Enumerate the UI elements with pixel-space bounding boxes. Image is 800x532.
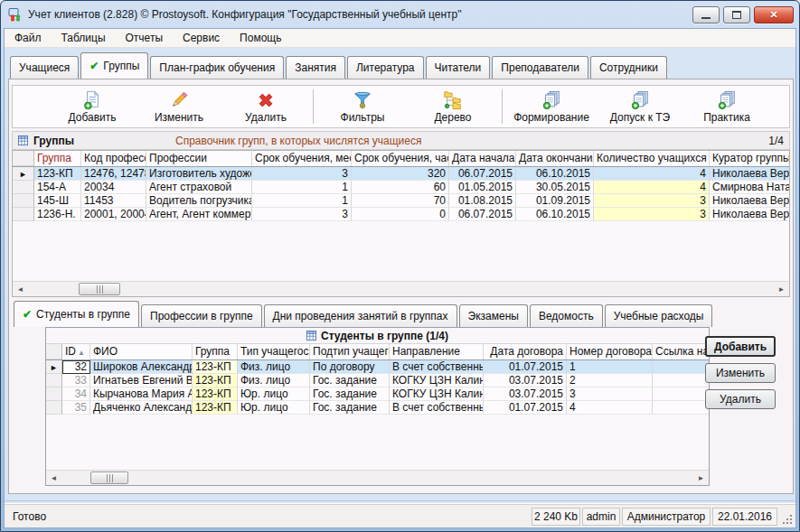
cell[interactable] xyxy=(653,401,710,415)
tab-lesson-days[interactable]: Дни проведения занятий в группах xyxy=(264,304,457,327)
focused-cell[interactable]: 32 xyxy=(62,360,90,374)
scrollbar-thumb[interactable] xyxy=(79,283,120,295)
table-row[interactable]: 1236-Н. 20001, 20004 Агент, Агент коммер… xyxy=(13,208,789,221)
cell[interactable]: 33 xyxy=(62,374,90,387)
cell[interactable]: 35 xyxy=(62,401,90,415)
cell[interactable]: По договору xyxy=(310,360,390,374)
delete-button[interactable]: Удалить xyxy=(222,87,309,126)
cell[interactable]: 20001, 20004 xyxy=(81,208,146,221)
scroll-right-icon[interactable]: ► xyxy=(693,471,709,485)
cell[interactable]: Николаева Вера xyxy=(710,194,790,208)
titlebar[interactable]: Учет клиентов (2.828) © Prostoysoft. Кон… xyxy=(8,3,794,26)
cell[interactable] xyxy=(653,374,710,387)
cell[interactable]: Изготовитель художес xyxy=(146,167,252,181)
cell[interactable]: Юр. лицо xyxy=(238,401,310,415)
scrollbar-thumb[interactable] xyxy=(90,471,128,484)
cell[interactable]: 3 xyxy=(594,208,710,221)
tab-literature[interactable]: Литература xyxy=(347,56,424,79)
cell[interactable]: 4 xyxy=(594,167,710,181)
cell[interactable]: 3 xyxy=(252,167,352,181)
cell[interactable]: В счет собственнь xyxy=(390,360,484,374)
column-header[interactable]: Тип учащегося xyxy=(238,344,310,359)
add-button[interactable]: Добавить xyxy=(49,87,136,126)
cell[interactable]: 12476, 12478 xyxy=(81,167,146,181)
tab-statement[interactable]: Ведомость xyxy=(530,304,603,327)
table-row[interactable]: ► 32 Широков Александр Вла 123-КП Физ. л… xyxy=(46,360,709,374)
practice-button[interactable]: Практика xyxy=(683,87,770,126)
table-row[interactable]: 35 Дьяченко Александра Е 123-КП Юр. лицо… xyxy=(46,401,709,415)
table-row[interactable]: 154-А 20034 Агент страховой 1 60 01.05.2… xyxy=(13,181,789,194)
cell[interactable]: Физ. лицо xyxy=(238,374,310,387)
student-edit-button[interactable]: Изменить xyxy=(705,363,776,383)
resize-grip[interactable] xyxy=(779,508,794,526)
cell[interactable]: 01.08.2015 xyxy=(449,194,516,208)
close-button[interactable]: ✕ xyxy=(754,6,794,23)
edit-button[interactable]: Изменить xyxy=(136,87,222,126)
tree-button[interactable]: Дерево xyxy=(408,87,498,126)
cell[interactable]: 3 xyxy=(594,194,710,208)
cell[interactable]: Гос. задание xyxy=(310,374,390,387)
cell[interactable]: 4 xyxy=(594,181,710,194)
column-header[interactable]: Срок обучения, часы xyxy=(352,151,449,166)
tab-students-in-group[interactable]: ✔Студенты в группе xyxy=(14,301,139,327)
filters-button[interactable]: Фильтры xyxy=(317,87,408,126)
menu-service[interactable]: Сервис xyxy=(173,29,230,47)
cell[interactable]: 123-КП xyxy=(193,374,238,387)
cell[interactable]: 06.10.2015 xyxy=(516,208,594,221)
cell[interactable]: 01.07.2015 xyxy=(484,401,567,415)
cell[interactable]: 145-Ш xyxy=(34,194,81,208)
column-header[interactable]: Ссылка на до xyxy=(653,344,710,359)
tab-employees[interactable]: Сотрудники xyxy=(590,56,667,79)
tab-training-schedule[interactable]: План-график обучения xyxy=(150,56,284,79)
tab-students[interactable]: Учащиеся xyxy=(10,56,79,79)
te-admission-button[interactable]: Допуск к ТЭ xyxy=(597,87,683,126)
column-header[interactable]: Группа xyxy=(34,151,81,166)
cell[interactable]: 1 xyxy=(567,360,653,374)
cell[interactable]: 1236-Н. xyxy=(34,208,81,221)
table-row[interactable]: 33 Игнатьев Евгений Влад 123-КП Физ. лиц… xyxy=(46,374,709,387)
cell[interactable]: Физ. лицо xyxy=(238,360,310,374)
cell[interactable] xyxy=(653,360,710,374)
cell[interactable]: 3 xyxy=(252,208,352,221)
cell[interactable]: КОГКУ ЦЗН Калин xyxy=(390,374,484,387)
table-row[interactable]: 34 Кырчанова Мария Андр 123-КП Юр. лицо … xyxy=(46,387,709,401)
scroll-left-icon[interactable]: ◄ xyxy=(46,471,61,485)
scroll-left-icon[interactable]: ◄ xyxy=(13,282,28,296)
menu-file[interactable]: Файл xyxy=(5,29,52,47)
cell[interactable]: 154-А xyxy=(34,181,81,194)
cell[interactable]: 60 xyxy=(352,181,449,194)
column-header[interactable]: Номер договора xyxy=(567,344,653,359)
tab-training-expenses[interactable]: Учебные расходы xyxy=(605,304,713,327)
cell[interactable]: 11453 xyxy=(81,194,146,208)
cell[interactable]: 03.07.2015 xyxy=(484,387,567,401)
students-horizontal-scrollbar[interactable]: ◄ ► xyxy=(46,470,709,485)
cell[interactable]: 34 xyxy=(62,387,90,401)
cell[interactable]: 123-КП xyxy=(193,401,238,415)
maximize-button[interactable] xyxy=(723,6,750,23)
cell[interactable]: 30.05.2015 xyxy=(516,181,594,194)
menu-reports[interactable]: Отчеты xyxy=(116,29,173,47)
column-header[interactable]: Код профессии xyxy=(81,151,146,166)
column-header[interactable]: Группа xyxy=(193,344,238,359)
cell[interactable]: Агент страховой xyxy=(146,181,252,194)
cell[interactable]: Юр. лицо xyxy=(238,387,310,401)
scrollbar-track[interactable] xyxy=(61,471,693,485)
tab-readers[interactable]: Читатели xyxy=(426,56,491,79)
cell[interactable]: Николаева Вера xyxy=(710,208,790,221)
groups-horizontal-scrollbar[interactable]: ◄ ► xyxy=(13,281,789,296)
menu-tables[interactable]: Таблицы xyxy=(52,29,116,47)
cell[interactable]: 123-КП xyxy=(193,360,238,374)
cell[interactable]: 01.09.2015 xyxy=(516,194,594,208)
column-header[interactable]: Профессии xyxy=(146,151,252,166)
tab-teachers[interactable]: Преподаватели xyxy=(492,56,588,79)
tab-exams[interactable]: Экзамены xyxy=(459,304,528,327)
column-header[interactable]: Дата договора xyxy=(484,344,567,359)
menu-help[interactable]: Помощь xyxy=(230,29,291,47)
cell[interactable]: 3 xyxy=(567,387,653,401)
cell[interactable]: Широков Александр Вла xyxy=(90,360,193,374)
scroll-right-icon[interactable]: ► xyxy=(774,282,789,296)
column-header[interactable]: Дата окончания xyxy=(516,151,594,166)
table-row[interactable]: ► 123-КП 12476, 12478 Изготовитель худож… xyxy=(13,167,789,181)
column-header[interactable]: Куратор группы xyxy=(710,151,790,166)
cell[interactable]: 06.07.2015 xyxy=(449,167,516,181)
